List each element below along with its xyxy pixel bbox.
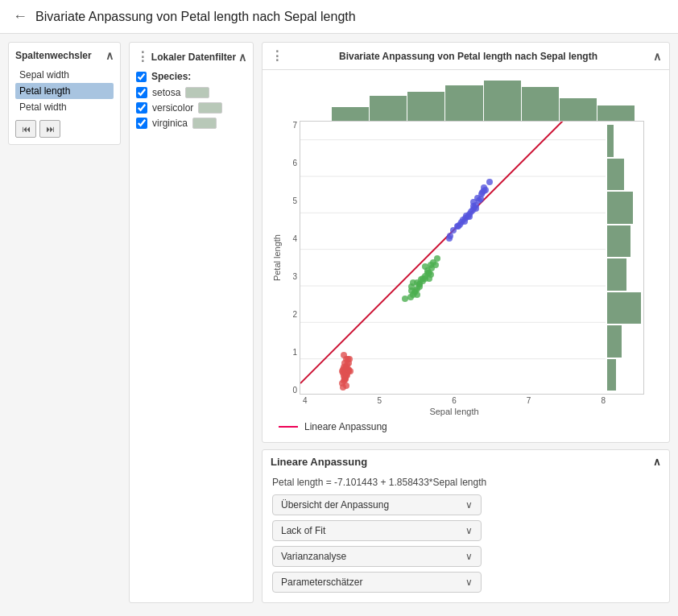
svg-point-34: [340, 370, 346, 376]
y-tick: 1: [292, 348, 297, 357]
legend-line-icon: [279, 426, 298, 428]
chart-dots-icon[interactable]: ⋮: [271, 48, 283, 64]
chart-card-header: ⋮ Bivariate Anpassung von Petal length n…: [263, 43, 669, 70]
fit-button-label: Lack of Fit: [281, 525, 325, 536]
top-hist-bar: [484, 81, 521, 121]
filter-item-versicolor: versicolor: [136, 102, 246, 114]
species-master-checkbox[interactable]: [136, 72, 147, 82]
y-ticks: 76543210: [285, 121, 300, 395]
top-hist-bar: [597, 105, 635, 121]
column-switcher-chevron[interactable]: ∧: [105, 49, 114, 62]
y-axis-label: Petal length: [271, 234, 283, 281]
chart-title: Bivariate Anpassung von Petal length nac…: [339, 51, 597, 62]
y-tick: 6: [292, 159, 297, 167]
fit-buttons: Übersicht der Anpassung∨Lack of Fit∨Vari…: [263, 494, 669, 602]
svg-point-66: [428, 262, 434, 268]
fit-card-header: Lineare Anpassung ∧: [263, 450, 669, 473]
fit-button-uebersicht[interactable]: Übersicht der Anpassung∨: [272, 494, 482, 515]
top-hist-bar: [407, 92, 444, 121]
svg-point-25: [340, 384, 346, 391]
chart-legend: Lineare Anpassung: [271, 416, 661, 436]
x-tick: 7: [527, 396, 531, 405]
y-tick: 2: [292, 310, 297, 319]
column-switcher-label: Spaltenwechsler: [15, 50, 92, 61]
back-button[interactable]: ←: [13, 8, 27, 25]
filter-species-header: Species:: [136, 71, 246, 82]
filter-swatch-virginica: [192, 118, 217, 129]
top-hist-bar: [370, 96, 407, 121]
nav-next-button[interactable]: ⏭: [39, 120, 60, 138]
svg-point-93: [461, 218, 468, 225]
right-hist-bar: [607, 292, 641, 325]
top-hist-bar: [332, 107, 369, 121]
fit-card: Lineare Anpassung ∧ Petal length = -7.10…: [262, 449, 670, 603]
filter-checkbox-setosa[interactable]: [136, 87, 147, 98]
svg-point-38: [402, 296, 408, 302]
filter-checkbox-virginica[interactable]: [136, 118, 147, 129]
y-tick: 3: [292, 272, 297, 281]
svg-point-54: [434, 255, 440, 262]
scatter-main-row: Petal length 76543210: [271, 121, 661, 395]
svg-point-62: [426, 270, 432, 276]
column-item-petal-length[interactable]: Petal length: [15, 83, 114, 99]
y-tick: 0: [292, 386, 297, 395]
fit-button-chevron: ∨: [465, 499, 473, 511]
fit-button-parameterschaetzer[interactable]: Parameterschätzer∨: [272, 572, 482, 593]
fit-button-label: Parameterschätzer: [281, 577, 362, 588]
filter-checkbox-versicolor[interactable]: [136, 102, 147, 114]
fit-card-title: Lineare Anpassung: [271, 456, 367, 468]
filter-swatch-versicolor: [198, 102, 222, 114]
top-hist-bar: [445, 85, 482, 121]
fit-button-lack_of_fit[interactable]: Lack of Fit∨: [272, 520, 482, 541]
filter-label-setosa: setosa: [152, 87, 180, 98]
right-histogram: [606, 121, 644, 395]
fit-button-chevron: ∨: [465, 525, 473, 536]
column-item-sepal-width[interactable]: Sepal width: [15, 67, 114, 83]
y-tick: 7: [292, 121, 297, 130]
fit-card-chevron[interactable]: ∧: [653, 456, 661, 468]
filter-panel-header: ⋮ Lokaler Datenfilter ∧: [136, 49, 246, 64]
svg-point-67: [418, 276, 424, 283]
right-hist-bar: [607, 325, 622, 358]
y-tick: 5: [292, 196, 297, 205]
right-panel: ⋮ Bivariate Anpassung von Petal length n…: [262, 42, 670, 603]
column-item-petal-width[interactable]: Petal width: [15, 99, 114, 115]
svg-point-37: [341, 352, 347, 358]
right-hist-bar: [607, 225, 630, 258]
fit-button-chevron: ∨: [465, 577, 473, 588]
filter-label-virginica: virginica: [152, 118, 188, 129]
nav-buttons: ⏮ ⏭: [15, 120, 114, 138]
fit-button-varianzanalyse[interactable]: Varianzanalyse∨: [272, 546, 482, 567]
legend-line-label: Lineare Anpassung: [304, 421, 387, 432]
filter-dots-icon[interactable]: ⋮: [136, 49, 149, 64]
x-tick: 6: [452, 396, 457, 405]
filter-swatch-setosa: [185, 87, 209, 98]
right-hist-bar: [607, 359, 616, 391]
chart-chevron[interactable]: ∧: [653, 50, 661, 63]
svg-point-97: [481, 188, 487, 194]
right-hist-bar: [607, 258, 626, 291]
svg-point-92: [466, 213, 473, 220]
x-tick: 4: [303, 396, 308, 405]
chart-card: ⋮ Bivariate Anpassung von Petal length n…: [262, 42, 670, 443]
nav-first-button[interactable]: ⏮: [15, 120, 36, 138]
x-ticks: 45678: [301, 395, 607, 405]
column-list: Sepal width Petal length Petal width: [15, 67, 114, 115]
svg-point-91: [447, 233, 453, 239]
filter-item-virginica: virginica: [136, 118, 246, 129]
svg-point-95: [477, 196, 484, 202]
filter-panel: ⋮ Lokaler Datenfilter ∧ Species: setosa …: [129, 42, 254, 603]
page-title: Bivariate Anpassung von Petal length nac…: [35, 10, 356, 24]
x-tick: 8: [601, 396, 606, 405]
svg-point-90: [455, 223, 461, 229]
filter-label-versicolor: versicolor: [152, 102, 193, 114]
x-tick: 5: [378, 396, 382, 405]
top-histogram: [330, 76, 636, 121]
fit-button-chevron: ∨: [465, 551, 473, 562]
svg-point-96: [473, 202, 479, 209]
top-bar: ← Bivariate Anpassung von Petal length n…: [0, 0, 678, 34]
svg-point-65: [412, 287, 419, 294]
filter-chevron[interactable]: ∧: [238, 51, 246, 64]
top-hist-bar: [522, 87, 559, 121]
fit-button-label: Varianzanalyse: [281, 551, 346, 562]
